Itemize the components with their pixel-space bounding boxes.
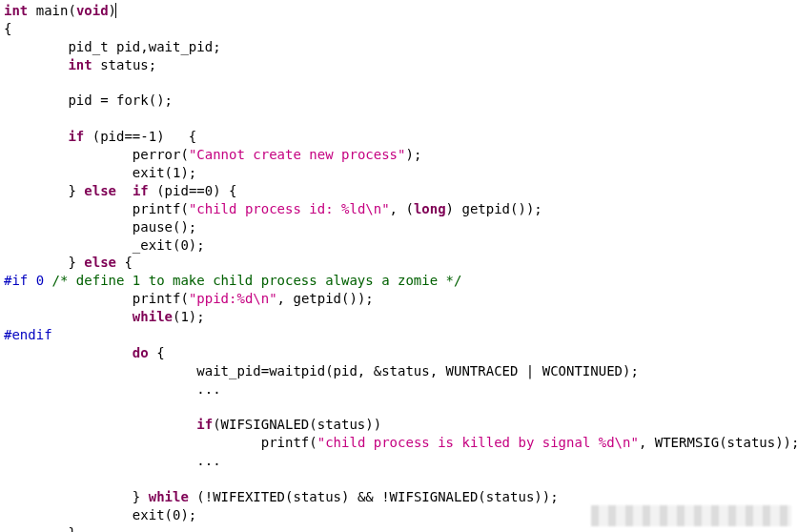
code-text: pid = fork();	[4, 92, 173, 108]
code-text: );	[405, 147, 421, 162]
keyword: else	[84, 183, 116, 198]
comment: /* define 1 to make child process always…	[52, 273, 462, 288]
code-text: {	[149, 345, 165, 360]
keyword: int	[4, 3, 28, 18]
preprocessor: #if 0	[4, 273, 52, 288]
code-text	[4, 417, 196, 432]
keyword: if	[133, 183, 149, 198]
code-text: }	[4, 489, 149, 504]
text-cursor-icon	[115, 3, 116, 18]
code-text: ) getpid());	[446, 201, 542, 216]
code-text: wait_pid=waitpid(pid, &status, WUNTRACED…	[4, 363, 639, 379]
code-text: perror(	[4, 147, 189, 162]
code-editor[interactable]: int main(void) { pid_t pid,wait_pid; int…	[0, 0, 797, 532]
code-text: }	[4, 183, 84, 198]
string-literal: "ppid:%d\n"	[189, 291, 277, 306]
code-text	[116, 183, 133, 198]
keyword: do	[133, 345, 149, 360]
code-text: }	[4, 525, 76, 532]
code-text: , getpid());	[277, 291, 374, 306]
code-text: , WTERMSIG(status));	[639, 435, 797, 450]
code-text: {	[4, 21, 11, 36]
string-literal: "Cannot create new process"	[189, 147, 406, 162]
code-text: _exit(0);	[4, 237, 205, 253]
code-text: (pid==0) {	[149, 183, 237, 198]
keyword: if	[196, 417, 213, 432]
code-text: status;	[92, 57, 156, 72]
keyword: int	[68, 57, 92, 72]
code-text: printf(	[4, 201, 189, 216]
code-text	[4, 309, 133, 324]
keyword: else	[84, 255, 116, 270]
code-text	[4, 345, 133, 360]
code-text	[4, 57, 68, 72]
code-text: exit(0);	[4, 507, 196, 522]
code-text: , (	[390, 201, 414, 216]
keyword: long	[414, 201, 446, 216]
code-text: pause();	[4, 219, 196, 235]
code-text: ...	[4, 453, 221, 468]
code-text: }	[4, 255, 84, 270]
code-text: exit(1);	[4, 165, 196, 180]
code-text: (1);	[173, 309, 205, 324]
code-text: ...	[4, 381, 221, 397]
keyword: void	[76, 3, 109, 18]
code-text: (WIFSIGNALED(status))	[213, 417, 381, 432]
string-literal: "child process is killed by signal %d\n"	[317, 435, 639, 450]
string-literal: "child process id: %ld\n"	[189, 201, 390, 216]
code-text: printf(	[4, 435, 317, 450]
code-text: printf(	[4, 291, 189, 306]
keyword: while	[149, 489, 189, 504]
code-text: {	[116, 255, 133, 270]
code-text: main(	[28, 3, 76, 18]
keyword: while	[133, 309, 173, 324]
keyword: if	[68, 129, 84, 144]
code-text: pid_t pid,wait_pid;	[4, 39, 221, 54]
preprocessor: #endif	[4, 327, 52, 342]
code-text: (!WIFEXITED(status) && !WIFSIGNALED(stat…	[189, 489, 559, 504]
code-text: (pid==-1) {	[84, 129, 196, 144]
code-text	[4, 129, 68, 144]
